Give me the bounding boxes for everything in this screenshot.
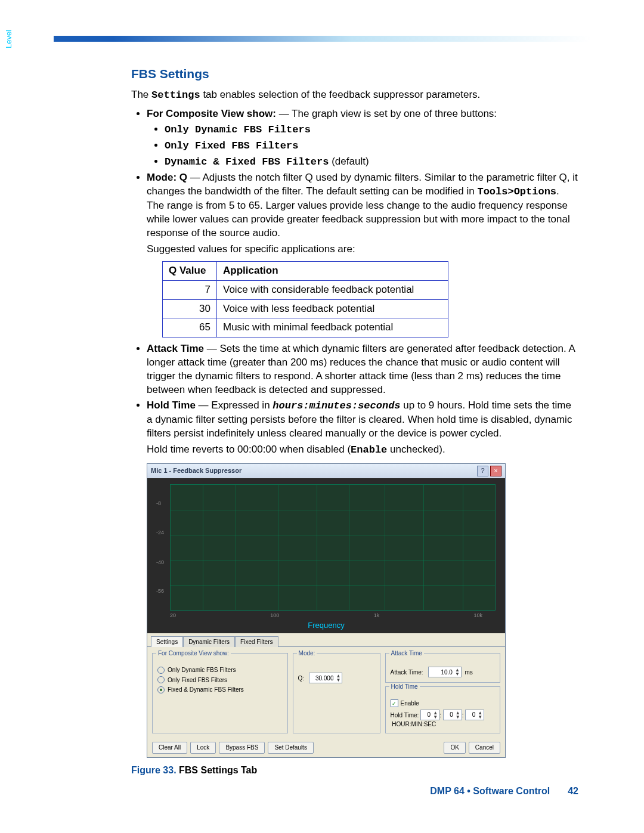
cancel-button[interactable]: Cancel xyxy=(469,742,500,754)
subopt-3: Dynamic & Fixed FBS Filters (default) xyxy=(165,155,578,169)
close-button[interactable]: × xyxy=(490,466,501,476)
ok-button[interactable]: OK xyxy=(444,742,465,754)
section-heading: FBS Settings xyxy=(131,66,578,82)
radio-only-dynamic[interactable]: Only Dynamic FBS Filters xyxy=(157,666,283,674)
help-button[interactable]: ? xyxy=(477,466,488,476)
y-axis-label: Level xyxy=(4,30,14,48)
hold-m[interactable]: ▲▼ xyxy=(443,710,462,720)
defaults-button[interactable]: Set Defaults xyxy=(268,742,313,754)
bypass-button[interactable]: Bypass FBS xyxy=(219,742,265,754)
hold-s[interactable]: ▲▼ xyxy=(465,710,484,720)
hold-h[interactable]: ▲▼ xyxy=(420,710,439,720)
enable-checkbox[interactable]: ✓Enable xyxy=(391,699,495,708)
attack-spinner[interactable]: ▲▼ xyxy=(428,667,462,677)
tab-dynamic[interactable]: Dynamic Filters xyxy=(183,636,235,648)
page-footer: DMP 64 • Software Control42 xyxy=(131,785,578,798)
x-axis-label: Frequency xyxy=(152,620,500,631)
bullet-modeq: Mode: Q — Adjusts the notch filter Q use… xyxy=(147,171,578,337)
subopt-1: Only Dynamic FBS Filters xyxy=(165,123,578,137)
bullet-composite: For Composite View show: — The graph vie… xyxy=(147,107,578,169)
radio-fixed-dynamic[interactable]: Fixed & Dynamic FBS Filters xyxy=(157,686,283,694)
lock-button[interactable]: Lock xyxy=(190,742,216,754)
q-table: Q ValueApplication 7Voice with considera… xyxy=(162,261,448,338)
table-row: 65Music with minimal feedback potential xyxy=(163,318,448,337)
q-spinner[interactable]: ▲▼ xyxy=(309,673,342,683)
table-row: 7Voice with considerable feedback potent… xyxy=(163,280,448,299)
tab-fixed[interactable]: Fixed Filters xyxy=(235,636,278,648)
figure-caption: Figure 33. FBS Settings Tab xyxy=(131,764,578,777)
bullet-attack: Attack Time — Sets the time at which dyn… xyxy=(147,342,578,397)
dialog-title: Mic 1 - Feedback Suppressor xyxy=(151,466,242,475)
bullet-hold: Hold Time — Expressed in hours:minutes:s… xyxy=(147,399,578,457)
graph-area[interactable]: -8 -24 -40 -56 xyxy=(170,484,496,611)
tab-settings[interactable]: Settings xyxy=(151,636,183,648)
table-row: 30Voice with less feedback potential xyxy=(163,299,448,318)
fbs-dialog: Mic 1 - Feedback Suppressor ? × Level -8… xyxy=(147,463,506,758)
clear-all-button[interactable]: Clear All xyxy=(152,742,187,754)
subopt-2: Only Fixed FBS Filters xyxy=(165,139,578,153)
radio-only-fixed[interactable]: Only Fixed FBS Filters xyxy=(157,676,283,685)
intro-text: The Settings tab enables selection of th… xyxy=(131,88,578,103)
